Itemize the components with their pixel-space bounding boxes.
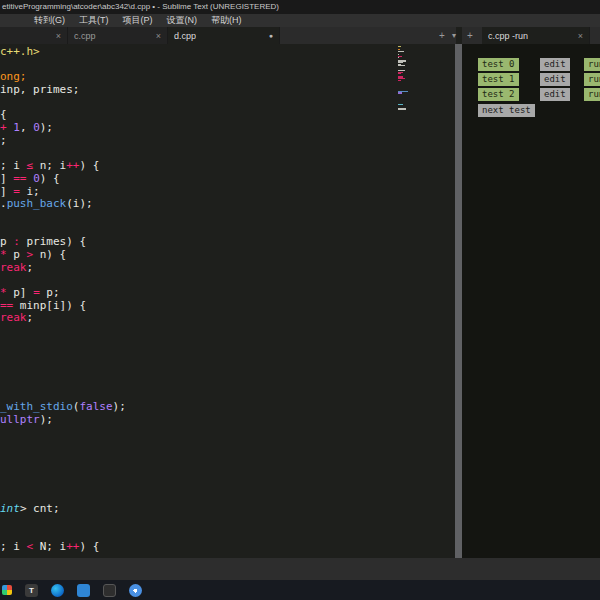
windows-taskbar: T	[0, 580, 600, 600]
menu-bar: 转到(G)工具(T)项目(P)设置(N)帮助(H)	[0, 14, 600, 27]
code-line	[0, 465, 126, 478]
window-title: etitiveProgramming\atcoder\abc342\d.cpp …	[2, 2, 279, 11]
tab-untitled[interactable]: ×	[0, 27, 68, 44]
next-test-button[interactable]: next test	[478, 104, 535, 117]
code-line	[0, 211, 126, 224]
run-button[interactable]: run	[584, 58, 600, 71]
pane-divider[interactable]	[455, 44, 462, 558]
tab-overflow-button[interactable]: ▾	[448, 27, 460, 44]
tab-modified-icon: ●	[269, 32, 273, 39]
edit-button[interactable]: edit	[540, 88, 570, 101]
browser-icon[interactable]	[129, 584, 142, 597]
widget-icon[interactable]	[2, 585, 12, 595]
taskbar-icons: T	[2, 584, 142, 597]
code-line: int> cnt;	[0, 503, 126, 516]
code-line: c++.h>	[0, 46, 126, 59]
minimap-line	[398, 56, 402, 57]
minimap[interactable]	[398, 46, 414, 126]
code-line: .push_back(i);	[0, 198, 126, 211]
code-line	[0, 363, 126, 376]
menu-items: 转到(G)工具(T)项目(P)设置(N)帮助(H)	[0, 14, 600, 27]
edge-icon[interactable]	[51, 584, 64, 597]
code-line	[0, 515, 126, 528]
terminal-icon[interactable]	[103, 584, 116, 597]
tab-c.cpp[interactable]: c.cpp×	[68, 27, 168, 44]
code-line	[0, 338, 126, 351]
code-line	[0, 97, 126, 110]
code-line	[0, 452, 126, 465]
minimap-line	[398, 104, 403, 105]
test-label[interactable]: test 1	[478, 73, 519, 86]
minimap-line	[398, 73, 401, 74]
minimap-line	[398, 57, 399, 58]
test-label[interactable]: test 0	[478, 58, 519, 71]
menu-item-4[interactable]: 帮助(H)	[211, 14, 242, 27]
menu-item-0[interactable]: 转到(G)	[34, 14, 65, 27]
window-title-bar: etitiveProgramming\atcoder\abc342\d.cpp …	[0, 0, 600, 14]
tab-d.cpp[interactable]: d.cpp●	[168, 27, 280, 44]
minimap-line	[398, 46, 401, 47]
tabs-right: c.cpp -run×	[482, 27, 600, 44]
tab-c.cpp -run[interactable]: c.cpp -run×	[482, 27, 590, 44]
code-line	[0, 439, 126, 452]
minimap-line	[398, 92, 402, 93]
new-tab-button-right[interactable]: +	[464, 27, 476, 44]
run-button[interactable]: run	[584, 73, 600, 86]
vscode-icon[interactable]	[77, 584, 90, 597]
minimap-line	[398, 108, 406, 109]
status-bar	[0, 558, 600, 580]
build-output-pane: test 0editruntest 1editruntest 2editrunn…	[462, 44, 600, 558]
code-line	[0, 477, 126, 490]
minimap-line	[398, 65, 405, 66]
code-content: c++.h> ong;inp, primes; {+ 1, 0);; ; i ≤…	[0, 46, 126, 554]
new-tab-button[interactable]: +	[436, 27, 448, 44]
code-line: ; i < N; i++) {	[0, 541, 126, 554]
edit-button[interactable]: edit	[540, 73, 570, 86]
tabs-left: ×c.cpp×d.cpp●	[0, 27, 456, 44]
menu-item-2[interactable]: 项目(P)	[123, 14, 153, 27]
code-line: inp, primes;	[0, 84, 126, 97]
tab-close-icon[interactable]: ×	[56, 31, 61, 41]
code-line: ;	[0, 135, 126, 148]
tab-strip-right: c.cpp -run×	[462, 27, 600, 44]
code-line	[0, 427, 126, 440]
minimap-line	[398, 51, 404, 52]
code-line: ullptr);	[0, 414, 126, 427]
tab-close-icon[interactable]: ×	[578, 31, 583, 41]
typora-icon[interactable]: T	[25, 584, 38, 597]
code-line: reak;	[0, 262, 126, 275]
menu-item-1[interactable]: 工具(T)	[79, 14, 109, 27]
code-line	[0, 325, 126, 338]
tab-strip-left: ×c.cpp×d.cpp●	[0, 27, 456, 44]
minimap-line	[398, 80, 401, 81]
test-label[interactable]: test 2	[478, 88, 519, 101]
code-line: + 1, 0);	[0, 122, 126, 135]
code-line: reak;	[0, 312, 126, 325]
code-line	[0, 376, 126, 389]
tab-close-icon[interactable]: ×	[156, 31, 161, 41]
edit-button[interactable]: edit	[540, 58, 570, 71]
menu-item-3[interactable]: 设置(N)	[167, 14, 198, 27]
code-editor[interactable]: c++.h> ong;inp, primes; {+ 1, 0);; ; i ≤…	[0, 44, 455, 558]
run-button[interactable]: run	[584, 88, 600, 101]
code-line	[0, 351, 126, 364]
